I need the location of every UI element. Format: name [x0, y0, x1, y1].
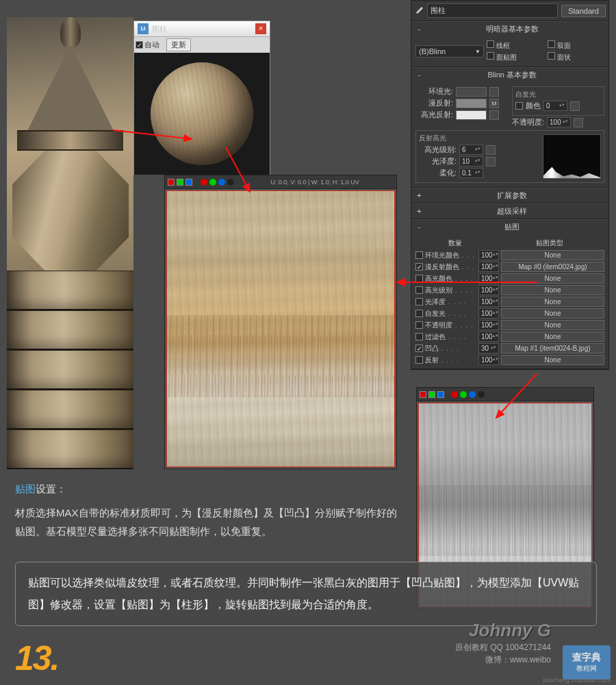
- map-label: 高光级别 . . . .: [425, 286, 476, 295]
- map-checkbox[interactable]: [415, 286, 423, 294]
- selfillum-color-checkbox[interactable]: [515, 102, 523, 110]
- map-amount-spinner[interactable]: 100▴▾: [478, 308, 499, 319]
- map-label: 不透明度 . . . .: [425, 321, 476, 330]
- map-label: 高光颜色 . . . .: [425, 274, 476, 284]
- opacity-spinner[interactable]: 100▴▾: [547, 117, 571, 127]
- diffuse-map-button[interactable]: M: [489, 99, 499, 108]
- material-preview-title: 围柱: [152, 24, 167, 34]
- tower-render: [7, 17, 133, 456]
- map-checkbox[interactable]: ✓: [415, 345, 423, 352]
- rollout-maps-header[interactable]: -贴图: [411, 219, 608, 234]
- map-label: 过滤色 . . . .: [425, 332, 476, 342]
- texture-toolbar[interactable]: [417, 388, 593, 401]
- map-checkbox[interactable]: [415, 275, 423, 282]
- selfillum-spinner[interactable]: 0▴▾: [543, 101, 567, 111]
- map-checkbox[interactable]: [415, 298, 423, 306]
- map-slot-button[interactable]: Map #0 (item0024.jpg): [501, 262, 604, 272]
- map-slot-button[interactable]: None: [501, 250, 604, 260]
- texture-toolbar[interactable]: U: 0.0; V: 0.0 | W: 1.0; H: 1.0 UV: [165, 175, 396, 189]
- soften-spinner[interactable]: 0.1▴▾: [459, 168, 483, 178]
- faceted-checkbox[interactable]: 面状: [548, 52, 604, 62]
- map-slot-button[interactable]: None: [501, 273, 604, 284]
- map-slot-button[interactable]: None: [501, 320, 604, 330]
- map-row: ✓ 漫反射颜色 . . . . 100▴▾ Map #0 (item0024.j…: [415, 261, 604, 273]
- wire-checkbox[interactable]: 线框: [487, 40, 543, 51]
- map-row: 反射 . . . . 100▴▾ None: [415, 354, 604, 366]
- corner-logo: 查字典教程网: [563, 645, 611, 680]
- map-amount-spinner[interactable]: 100▴▾: [478, 332, 499, 342]
- material-type-button[interactable]: Standard: [561, 5, 606, 17]
- rollout-shader-header[interactable]: -明暗器基本参数: [411, 21, 608, 36]
- shader-dropdown[interactable]: (B)Blinn▼: [415, 45, 484, 58]
- map-checkbox[interactable]: ✓: [415, 263, 423, 271]
- rollout-ext-header[interactable]: +扩展参数: [411, 188, 608, 203]
- map-amount-spinner[interactable]: 100▴▾: [478, 273, 499, 284]
- corner-url: jiaocheng.chazidian.com: [543, 677, 611, 684]
- map-row: 自发光 . . . . 100▴▾ None: [415, 308, 604, 319]
- material-editor-panel: 围柱 Standard -明暗器基本参数 (B)Blinn▼ 线框 双面 面贴图…: [411, 0, 609, 370]
- spec-level-spinner[interactable]: 6▴▾: [459, 145, 483, 155]
- map-slot-button[interactable]: None: [501, 285, 604, 295]
- gloss-spinner[interactable]: 10▴▾: [459, 156, 483, 166]
- map-slot-button[interactable]: None: [501, 308, 604, 319]
- map-amount-spinner[interactable]: 100▴▾: [478, 297, 499, 307]
- diffuse-swatch[interactable]: [456, 99, 487, 108]
- twosided-checkbox[interactable]: 双面: [548, 40, 604, 51]
- map-row: 环境光颜色 . . . . 100▴▾ None: [415, 249, 604, 261]
- map-row: 过滤色 . . . . 100▴▾ None: [415, 331, 604, 342]
- material-preview-window: M 围柱 × ✓自动 更新: [133, 21, 270, 175]
- map-label: 凹凸 . . . .: [425, 344, 476, 353]
- diffuse-texture: [166, 190, 395, 467]
- material-sphere: [151, 62, 253, 165]
- rollout-blinn-header[interactable]: -Blinn 基本参数: [411, 67, 608, 82]
- material-name-field[interactable]: 围柱: [427, 3, 558, 18]
- map-label: 光泽度 . . . .: [425, 297, 476, 307]
- specular-map-button[interactable]: [489, 110, 499, 120]
- map-row: 不透明度 . . . . 100▴▾ None: [415, 319, 604, 331]
- map-row: 高光颜色 . . . . 100▴▾ None: [415, 273, 604, 284]
- specular-swatch[interactable]: [456, 110, 487, 120]
- map-label: 反射 . . . .: [425, 356, 476, 365]
- map-checkbox[interactable]: [415, 333, 423, 340]
- ambient-swatch[interactable]: [456, 87, 487, 97]
- map-checkbox[interactable]: [415, 310, 423, 317]
- ambient-map-button[interactable]: [489, 87, 499, 97]
- map-amount-spinner[interactable]: 100▴▾: [478, 262, 499, 272]
- map-slot-button[interactable]: None: [501, 332, 604, 342]
- map-label: 环境光颜色 . . . .: [425, 251, 476, 260]
- callout-box: 贴图可以选择类似墙皮纹理，或者石质纹理。并同时制作一张黑白灰的图用于【凹凸贴图】…: [15, 562, 597, 626]
- diffuse-texture-window: U: 0.0; V: 0.0 | W: 1.0; H: 1.0 UV: [164, 175, 397, 469]
- step-number: 13.: [15, 638, 59, 678]
- highlight-graph: [543, 134, 601, 179]
- eyedropper-icon[interactable]: [414, 6, 424, 16]
- map-checkbox[interactable]: [415, 321, 423, 329]
- map-slot-button[interactable]: None: [501, 355, 604, 365]
- map-checkbox[interactable]: [415, 251, 423, 259]
- map-slot-button[interactable]: Map #1 (item0024-B.jpg): [501, 343, 604, 353]
- map-row: ✓ 凹凸 . . . . 30▴▾ Map #1 (item0024-B.jpg…: [415, 342, 604, 354]
- section-title: 贴图设置：: [15, 480, 66, 498]
- map-amount-spinner[interactable]: 100▴▾: [478, 250, 499, 260]
- close-icon[interactable]: ×: [255, 23, 266, 34]
- auto-checkbox[interactable]: ✓自动: [136, 38, 159, 51]
- rollout-super-header[interactable]: +超级采样: [411, 203, 608, 219]
- author-credit: Johnny G 原创教程 QQ 1004271244 微博：www.weibo: [455, 620, 551, 666]
- description-text: 材质选择MAX自带的标准材质即可，为【漫反射颜色】及【凹凸】分别赋予制作好的贴图…: [15, 503, 398, 540]
- map-amount-spinner[interactable]: 100▴▾: [478, 285, 499, 295]
- map-row: 高光级别 . . . . 100▴▾ None: [415, 284, 604, 296]
- facemap-checkbox[interactable]: 面贴图: [487, 52, 543, 62]
- map-row: 光泽度 . . . . 100▴▾ None: [415, 296, 604, 308]
- map-checkbox[interactable]: [415, 356, 423, 364]
- map-amount-spinner[interactable]: 100▴▾: [478, 320, 499, 330]
- map-amount-spinner[interactable]: 100▴▾: [478, 355, 499, 365]
- map-label: 自发光 . . . .: [425, 309, 476, 319]
- map-amount-spinner[interactable]: 30▴▾: [478, 343, 499, 353]
- update-button[interactable]: 更新: [166, 38, 191, 51]
- map-slot-button[interactable]: None: [501, 297, 604, 307]
- map-label: 漫反射颜色 . . . .: [425, 262, 476, 272]
- app-icon: M: [138, 23, 149, 34]
